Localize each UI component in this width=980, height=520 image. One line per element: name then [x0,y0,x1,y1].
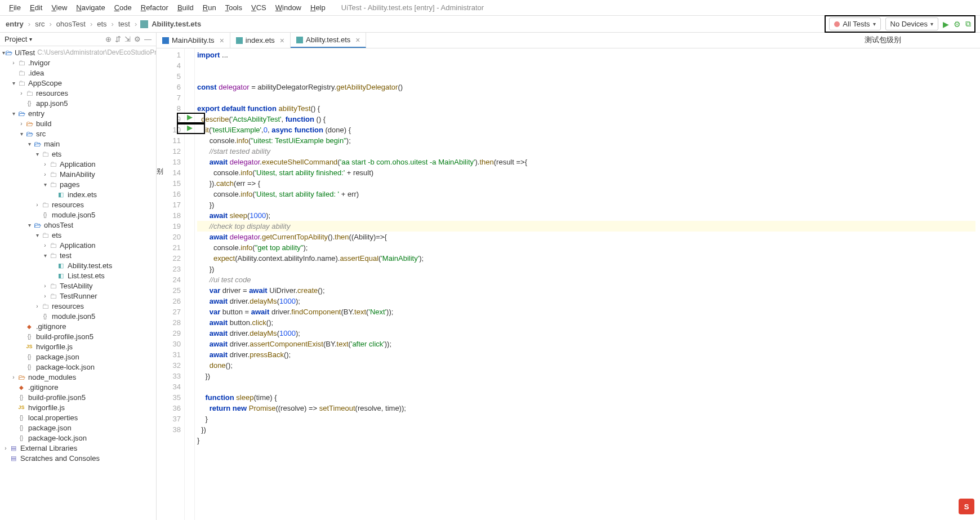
tree-item[interactable]: ▾ets [0,149,156,159]
code-line[interactable]: export default function abilityTest() { [197,103,975,114]
coverage-icon[interactable]: ⧉ [965,19,971,29]
tree-item[interactable]: package-lock.json [0,433,156,443]
tree-item[interactable]: module.json5 [0,210,156,220]
tree-item[interactable]: package.json [0,423,156,433]
code-line[interactable]: it('testUiExample',0, async function (do… [197,125,975,135]
code-line[interactable]: console.info('Uitest, start ability fail… [197,189,975,199]
code-line[interactable]: }).catch(err => { [197,178,975,189]
breadcrumb-item[interactable]: ets [96,20,108,28]
code-line[interactable]: console.info("uitest: TestUiExample begi… [197,135,975,146]
code-line[interactable]: const delegator = abilityDelegatorRegist… [197,82,975,92]
tree-item[interactable]: .gitignore [0,321,156,331]
code-line[interactable]: function sleep(time) { [197,392,975,403]
menu-edit[interactable]: Edit [25,2,47,13]
run-test-icon[interactable]: ▶ [185,123,195,134]
code-line[interactable]: }) [197,424,975,435]
tree-item[interactable]: ›MainAbility [0,169,156,179]
project-tree[interactable]: ▾UiTestC:\Users\Administrator\DevEcoStud… [0,46,156,520]
run-config-combo[interactable]: All Tests ▾ [829,17,880,30]
tree-item[interactable]: index.ets [0,189,156,199]
breadcrumb-item[interactable]: ohosTest [55,20,87,28]
tree-item[interactable]: package.json [0,352,156,362]
code-line[interactable]: console.info("get top ability"); [197,242,975,253]
tree-item[interactable]: ›node_modules [0,372,156,382]
tree-item[interactable]: ›External Libraries [0,443,156,453]
code-line[interactable] [197,71,975,82]
code-line[interactable]: await driver.pressBack(); [197,349,975,360]
code-line[interactable] [197,381,975,392]
tree-item[interactable]: .gitignore [0,382,156,392]
code-line[interactable]: }) [197,264,975,274]
tree-item[interactable]: ›build [0,118,156,128]
code-line[interactable]: expect(Ability.context.abilityInfo.name)… [197,253,975,264]
code-line[interactable]: console.info('Uitest, start ability fini… [197,167,975,178]
code-line[interactable]: import ... [197,50,975,60]
device-combo[interactable]: No Devices ▾ [885,17,938,30]
tree-item[interactable]: ▾ets [0,230,156,240]
code-line[interactable]: await driver.delayMs(1000); [197,328,975,339]
tree-item[interactable]: ▾pages [0,179,156,189]
code-line[interactable] [197,60,975,71]
expand-icon[interactable]: ⇲ [124,35,131,43]
tree-item[interactable]: module.json5 [0,311,156,321]
code-line[interactable]: } [197,414,975,424]
tree-item[interactable]: Scratches and Consoles [0,453,156,463]
code-line[interactable]: //check top display ability [197,221,975,232]
code-content[interactable]: import ... const delegator = abilityDele… [195,48,980,520]
code-line[interactable]: var button = await driver.findComponent(… [197,306,975,317]
breadcrumb-item[interactable]: Ability.test.ets [150,20,202,28]
code-line[interactable] [197,92,975,103]
tree-item[interactable]: local.properties [0,412,156,423]
tree-item[interactable]: ›Application [0,159,156,169]
menu-vcs[interactable]: VCS [247,2,271,13]
code-line[interactable]: //start tested ability [197,146,975,157]
menu-run[interactable]: Run [198,2,221,13]
tree-item[interactable]: ▾src [0,128,156,139]
menu-navigate[interactable]: Navigate [72,2,109,13]
tree-item[interactable]: List.test.ets [0,270,156,281]
menu-build[interactable]: Build [173,2,198,13]
close-icon[interactable]: × [280,36,284,45]
tree-item[interactable]: ›resources [0,301,156,311]
code-line[interactable]: done(); [197,360,975,371]
code-line[interactable]: await button.click(); [197,317,975,328]
tree-item[interactable]: ▾UiTestC:\Users\Administrator\DevEcoStud… [0,47,156,57]
tree-item[interactable]: package-lock.json [0,362,156,372]
tree-item[interactable]: ▾entry [0,108,156,118]
tree-item[interactable]: ›resources [0,88,156,98]
menu-window[interactable]: Window [271,2,306,13]
code-line[interactable]: await driver.assertComponentExist(BY.tex… [197,339,975,349]
menu-code[interactable]: Code [110,2,136,13]
breadcrumb-item[interactable]: src [34,20,46,28]
project-title[interactable]: Project ▾ [5,35,32,43]
code-line[interactable]: await driver.delayMs(1000); [197,296,975,306]
code-line[interactable]: return new Promise((resolve) => setTimeo… [197,403,975,414]
tree-item[interactable]: ›resources [0,199,156,210]
tree-item[interactable]: ›TestAbility [0,281,156,291]
code-line[interactable]: } [197,435,975,446]
menu-tools[interactable]: Tools [221,2,247,13]
target-icon[interactable]: ⊕ [105,35,112,43]
tree-item[interactable]: ›.hvigor [0,57,156,68]
editor-body[interactable]: 测试套级别 测试方法级别 145678910111213141516171819… [157,48,980,520]
code-line[interactable]: await delegator.executeShellCommand('aa … [197,157,975,167]
code-line[interactable]: describe('ActsAbilityTest', function () … [197,114,975,125]
close-icon[interactable]: × [355,35,360,45]
breadcrumb-item[interactable]: test [117,20,131,28]
tree-item[interactable]: build-profile.json5 [0,392,156,402]
code-line[interactable]: //ui test code [197,274,975,285]
menu-view[interactable]: View [47,2,72,13]
collapse-icon[interactable]: ⇵ [115,35,121,43]
tree-item[interactable]: build-profile.json5 [0,331,156,341]
tree-item[interactable]: hvigorfile.js [0,341,156,352]
code-line[interactable]: var driver = await UiDriver.create(); [197,285,975,296]
tree-item[interactable]: hvigorfile.js [0,402,156,412]
menu-refactor[interactable]: Refactor [136,2,173,13]
gear-icon[interactable]: ⚙ [134,35,141,43]
debug-icon[interactable]: ⚙ [954,20,961,29]
editor-tab[interactable]: index.ets× [230,33,291,48]
editor-tab[interactable]: Ability.test.ets× [291,33,366,48]
run-icon[interactable]: ▶ [943,20,949,29]
tree-item[interactable]: ›TestRunner [0,291,156,301]
editor-tab[interactable]: MainAbility.ts× [157,33,230,48]
